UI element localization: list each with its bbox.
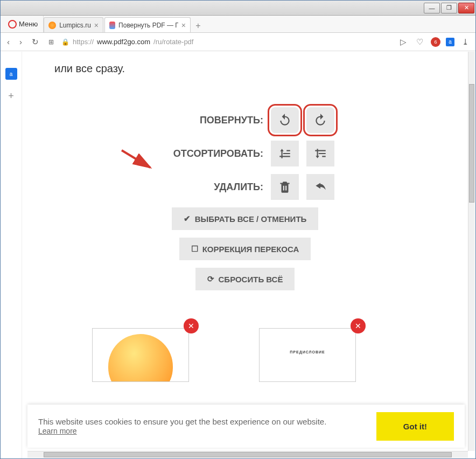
tab-title: Повернуть PDF — Повор <box>118 22 178 29</box>
close-icon: ✕ <box>188 322 194 330</box>
delete-label: УДАЛИТЬ: <box>156 182 263 193</box>
tab-title: Lumpics.ru <box>59 22 91 29</box>
thumbnail-caption: ПРЕДИСЛОВИЕ <box>260 329 355 354</box>
scrollbar-thumb[interactable] <box>44 452 452 457</box>
delete-button[interactable] <box>271 174 299 200</box>
reset-button[interactable]: ⟳ СБРОСИТЬ ВСЁ <box>195 268 295 290</box>
rotate-right-button[interactable] <box>306 107 334 133</box>
downloads-icon[interactable]: ⤓ <box>460 36 471 48</box>
url-path: /ru/rotate-pdf <box>153 38 193 46</box>
page-thumbnail-1[interactable]: ✕ <box>92 328 189 382</box>
remove-page-button[interactable]: ✕ <box>184 318 199 333</box>
sort-label: ОТСОРТИРОВАТЬ: <box>156 148 263 159</box>
browser-tab-bar: Меню Lumpics.ru × Повернуть PDF — Повор … <box>1 16 475 33</box>
speed-dial-button[interactable]: ⊞ <box>46 37 56 47</box>
url-bar: ‹ › ↻ ⊞ 🔒 https://www.pdf2go.com/ru/rota… <box>1 33 475 51</box>
tab-close-icon[interactable]: × <box>94 21 99 30</box>
deskew-button[interactable]: ☐ КОРРЕКЦИЯ ПЕРЕКОСА <box>179 238 311 260</box>
adblock-badge[interactable]: 6 <box>431 37 440 47</box>
undo-button[interactable] <box>306 174 334 200</box>
rotate-label: ПОВЕРНУТЬ: <box>156 115 263 126</box>
svg-line-0 <box>122 150 150 168</box>
trash-icon <box>278 180 292 194</box>
thumbnail-image <box>108 334 173 382</box>
reload-button[interactable]: ↻ <box>30 36 41 48</box>
cookie-learn-more-link[interactable]: Learn more <box>38 427 77 435</box>
opera-logo-icon <box>8 20 17 29</box>
lock-icon: 🔒 <box>61 38 69 46</box>
checkbox-icon: ☐ <box>191 244 198 254</box>
window-titlebar: — ❐ ✕ <box>1 1 475 16</box>
refresh-icon: ⟳ <box>207 274 214 284</box>
close-icon: ✕ <box>355 322 361 330</box>
opera-menu-button[interactable]: Меню <box>3 16 44 32</box>
window-close-button[interactable]: ✕ <box>458 3 474 13</box>
scrollbar-thumb[interactable] <box>469 84 474 203</box>
select-all-label: ВЫБРАТЬ ВСЕ / ОТМЕНИТЬ <box>195 214 307 224</box>
menu-label: Меню <box>19 20 38 28</box>
address-field[interactable]: 🔒 https://www.pdf2go.com/ru/rotate-pdf <box>61 38 393 46</box>
tab-pdf2go[interactable]: Повернуть PDF — Повор × <box>104 17 191 32</box>
browser-sidebar: а + <box>1 52 22 458</box>
url-host: www.pdf2go.com <box>97 38 150 46</box>
favicon-lumpics-icon <box>48 22 56 29</box>
sidebar-add-button[interactable]: + <box>8 91 14 102</box>
sort-asc-icon <box>278 147 292 161</box>
new-tab-button[interactable]: + <box>192 19 205 32</box>
cookie-accept-label: Got it! <box>403 422 427 431</box>
rotate-left-button[interactable] <box>271 107 299 133</box>
translate-ext-icon[interactable]: а <box>446 38 454 46</box>
check-icon: ✔ <box>184 214 191 224</box>
sort-asc-button[interactable] <box>271 141 299 166</box>
badge-count: 6 <box>434 39 437 45</box>
annotation-arrow-icon <box>119 146 157 173</box>
remove-page-button[interactable]: ✕ <box>351 318 366 333</box>
select-all-button[interactable]: ✔ ВЫБРАТЬ ВСЕ / ОТМЕНИТЬ <box>172 207 319 230</box>
intro-text: или все сразу. <box>54 62 446 75</box>
window-minimize-button[interactable]: — <box>424 3 440 13</box>
sidebar-translate-icon[interactable]: а <box>5 68 17 80</box>
sort-desc-icon <box>313 147 327 161</box>
reset-label: СБРОСИТЬ ВСЁ <box>219 275 283 284</box>
horizontal-scrollbar[interactable] <box>27 451 468 458</box>
send-icon[interactable]: ▷ <box>398 36 409 48</box>
undo-icon <box>313 180 327 194</box>
tab-lumpics[interactable]: Lumpics.ru × <box>44 17 103 32</box>
bookmark-icon[interactable]: ♡ <box>414 36 425 48</box>
vertical-scrollbar[interactable] <box>468 52 475 451</box>
back-button[interactable]: ‹ <box>5 36 12 47</box>
page-content: или все сразу. ПОВЕРНУТЬ: ОТСОРТИРОВАТЬ: <box>22 52 468 451</box>
tab-close-icon[interactable]: × <box>181 21 186 30</box>
sort-desc-button[interactable] <box>306 141 334 166</box>
rotate-ccw-icon <box>278 113 292 127</box>
favicon-pdf2go-icon <box>109 22 115 29</box>
window-maximize-button[interactable]: ❐ <box>441 3 457 13</box>
forward-button[interactable]: › <box>17 36 24 47</box>
page-thumbnail-2[interactable]: ✕ ПРЕДИСЛОВИЕ <box>259 328 356 382</box>
deskew-label: КОРРЕКЦИЯ ПЕРЕКОСА <box>202 245 299 254</box>
rotate-cw-icon <box>313 113 327 127</box>
cookie-message: This website uses cookies to ensure you … <box>38 417 366 426</box>
url-scheme: https:// <box>73 38 94 46</box>
cookie-banner: This website uses cookies to ensure you … <box>27 405 465 448</box>
cookie-accept-button[interactable]: Got it! <box>376 412 454 441</box>
